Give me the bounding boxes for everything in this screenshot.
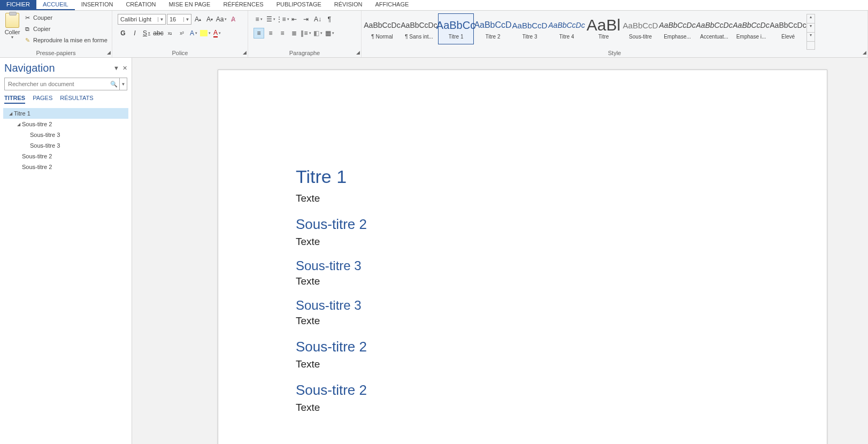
style-item--normal[interactable]: AaBbCcDc¶ Normal — [364, 13, 400, 44]
underline-button[interactable]: S — [141, 28, 152, 39]
align-left-button[interactable]: ≡ — [254, 28, 264, 39]
tab-affichage[interactable]: AFFICHAGE — [368, 0, 415, 10]
paste-button[interactable]: Coller ▼ — [2, 12, 22, 39]
clear-formatting-button[interactable]: A̷ — [228, 14, 239, 25]
style-item-emphase-[interactable]: AaBbCcDcEmphase... — [659, 13, 695, 44]
doc-paragraph[interactable]: Texte — [296, 193, 827, 204]
font-color-button[interactable]: A — [212, 28, 222, 39]
show-marks-button[interactable]: ¶ — [324, 14, 335, 25]
nav-tabs: TITRESPAGESRÉSULTATS — [3, 95, 128, 106]
doc-paragraph[interactable]: Texte — [296, 236, 827, 248]
shrink-font-button[interactable]: A▾ — [204, 14, 215, 25]
font-launcher[interactable]: ◢ — [240, 50, 247, 56]
style-item--lev-[interactable]: AaBbCcDcÉlevé — [770, 13, 806, 44]
ribbon-tabs: FICHIER ACCUEILINSERTIONCRÉATIONMISE EN … — [0, 0, 868, 11]
styles-launcher[interactable]: ◢ — [860, 50, 866, 56]
tab-file[interactable]: FICHIER — [0, 0, 36, 10]
search-input[interactable] — [5, 78, 109, 90]
styles-row-down-button[interactable]: ▾ — [807, 24, 815, 33]
doc-heading-3[interactable]: Sous-titre 3 — [296, 258, 827, 273]
style-item-titre-3[interactable]: AaBbCcDTitre 3 — [512, 13, 548, 44]
tab-accueil[interactable]: ACCUEIL — [36, 0, 75, 10]
doc-paragraph[interactable]: Texte — [296, 275, 827, 287]
document-area[interactable]: Titre 1TexteSous-titre 2TexteSous-titre … — [132, 58, 868, 444]
italic-button[interactable]: I — [129, 28, 140, 39]
font-name-combo[interactable]: Calibri Light ▼ — [118, 14, 166, 25]
sort-button[interactable]: A↓ — [312, 14, 323, 25]
outline-item[interactable]: ◢Sous-titre 2 — [3, 119, 128, 129]
font-size-combo[interactable]: 16 ▼ — [167, 14, 191, 25]
document-page[interactable]: Titre 1TexteSous-titre 2TexteSous-titre … — [218, 70, 827, 444]
style-item-titre-4[interactable]: AaBbCcDcTitre 4 — [549, 13, 585, 44]
style-item-titre-2[interactable]: AaBbCcDTitre 2 — [475, 13, 511, 44]
shading-button[interactable]: ◧ — [312, 28, 323, 39]
increase-indent-button[interactable]: ⇥ — [301, 14, 311, 25]
outline-item[interactable]: ◢Titre 1 — [3, 108, 128, 119]
tab-publipostage[interactable]: PUBLIPOSTAGE — [270, 0, 328, 10]
decrease-indent-button[interactable]: ⇤ — [289, 14, 299, 25]
numbering-button[interactable]: ☰ — [265, 14, 276, 25]
collapse-icon[interactable]: ◢ — [7, 111, 14, 116]
tab-création[interactable]: CRÉATION — [119, 0, 162, 10]
bullets-button[interactable]: ≡ — [254, 14, 264, 25]
nav-search[interactable]: 🔍 ▼ — [4, 78, 127, 90]
outline-item[interactable]: Sous-titre 2 — [3, 151, 128, 162]
style-item--sans-int-[interactable]: AaBbCcDc¶ Sans int... — [401, 13, 437, 44]
grow-font-button[interactable]: A▴ — [193, 14, 203, 25]
align-justify-button[interactable]: ≣ — [289, 28, 299, 39]
cut-button[interactable]: ✂ Couper — [24, 13, 107, 22]
borders-button[interactable]: ▦ — [324, 28, 335, 39]
multilevel-list-button[interactable]: ⋮≡ — [277, 14, 288, 25]
superscript-button[interactable]: x² — [176, 28, 187, 39]
subscript-button[interactable]: x₂ — [165, 28, 175, 39]
tab-insertion[interactable]: INSERTION — [75, 0, 120, 10]
style-item-accentuat-[interactable]: AaBbCcDcAccentuat... — [696, 13, 732, 44]
tab-références[interactable]: RÉFÉRENCES — [217, 0, 270, 10]
collapse-icon[interactable]: ◢ — [16, 122, 22, 127]
change-case-button[interactable]: Aa — [216, 14, 227, 25]
nav-tab-titres[interactable]: TITRES — [4, 95, 25, 104]
tab-révision[interactable]: RÉVISION — [328, 0, 369, 10]
doc-paragraph[interactable]: Texte — [296, 402, 827, 414]
text-effects-button[interactable]: A — [188, 28, 199, 39]
bold-button[interactable]: G — [118, 28, 128, 39]
style-item-titre-1[interactable]: AaBbCcTitre 1 — [438, 13, 474, 44]
chevron-down-icon[interactable]: ▼ — [183, 17, 191, 22]
search-options-button[interactable]: ▼ — [119, 78, 127, 90]
styles-expand-button[interactable]: ▾ — [807, 33, 815, 42]
group-styles: AaBbCcDc¶ NormalAaBbCcDc¶ Sans int...AaB… — [362, 11, 868, 57]
outline-item[interactable]: Sous-titre 3 — [3, 129, 128, 140]
doc-paragraph[interactable]: Texte — [296, 315, 827, 327]
style-item-sous-titre[interactable]: AaBbCcDSous-titre — [623, 13, 658, 44]
style-item-emphase-i-[interactable]: AaBbCcDcEmphase i... — [733, 13, 769, 44]
strikethrough-button[interactable]: abc — [153, 28, 164, 39]
doc-paragraph[interactable]: Texte — [296, 358, 827, 370]
doc-heading-3[interactable]: Sous-titre 3 — [296, 298, 827, 313]
outline-item[interactable]: Sous-titre 2 — [3, 162, 128, 172]
doc-heading-2[interactable]: Sous-titre 2 — [296, 382, 827, 399]
line-spacing-button[interactable]: ‖≡ — [301, 28, 311, 39]
doc-heading-2[interactable]: Sous-titre 2 — [296, 339, 827, 355]
chevron-down-icon[interactable]: ▼ — [158, 17, 165, 22]
highlight-button[interactable] — [200, 28, 211, 39]
nav-close-button[interactable]: ✕ — [122, 65, 127, 72]
cut-label: Couper — [33, 14, 52, 21]
copy-button[interactable]: ⧉ Copier — [24, 24, 107, 34]
outline-item[interactable]: Sous-titre 3 — [3, 140, 128, 151]
format-painter-button[interactable]: ✎ Reproduire la mise en forme — [24, 35, 107, 45]
style-item-titre[interactable]: AaBlTitre — [586, 13, 621, 44]
doc-heading-2[interactable]: Sous-titre 2 — [296, 216, 827, 233]
align-right-button[interactable]: ≡ — [277, 28, 288, 39]
nav-tab-résultats[interactable]: RÉSULTATS — [60, 95, 93, 104]
doc-heading-1[interactable]: Titre 1 — [296, 166, 827, 187]
tab-mise en page[interactable]: MISE EN PAGE — [162, 0, 217, 10]
nav-tab-pages[interactable]: PAGES — [33, 95, 52, 104]
group-paragraph: ≡ ☰ ⋮≡ ⇤ ⇥ A↓ ¶ ≡ ≡ ≡ ≣ ‖≡ ◧ ▦ — [248, 11, 362, 57]
clipboard-launcher[interactable]: ◢ — [104, 50, 111, 56]
styles-row-up-button[interactable]: ▴ — [807, 14, 815, 24]
paragraph-launcher[interactable]: ◢ — [354, 50, 360, 56]
search-icon[interactable]: 🔍 — [109, 78, 119, 90]
align-center-button[interactable]: ≡ — [265, 28, 276, 39]
nav-options-button[interactable]: ▼ — [113, 65, 119, 72]
style-preview: AaBbCcDc — [548, 18, 585, 32]
